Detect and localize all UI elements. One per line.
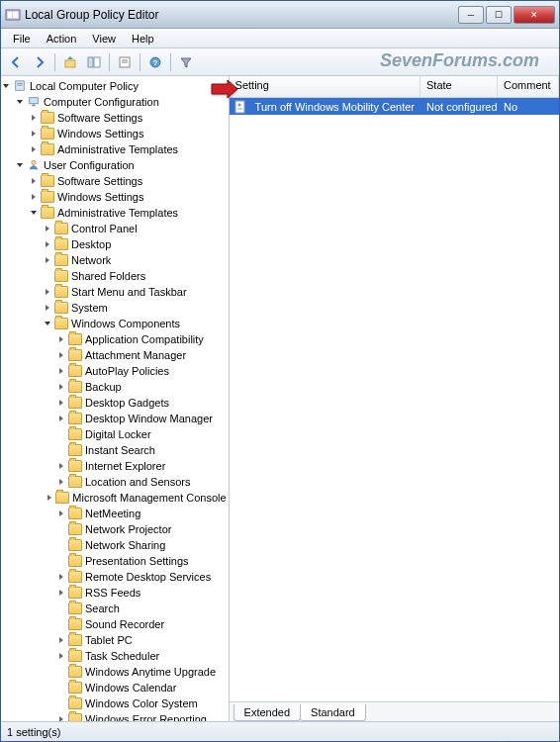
tab-standard[interactable]: Standard: [300, 704, 366, 721]
properties-button[interactable]: [114, 51, 136, 73]
tree-item-loc-sensors[interactable]: Location and Sensors: [1, 474, 229, 490]
svg-rect-16: [32, 105, 35, 107]
tree-item-search[interactable]: Search: [1, 601, 229, 616]
tree-label: Location and Sensors: [85, 476, 190, 488]
tree-item-anytime-upg[interactable]: Windows Anytime Upgrade: [1, 664, 229, 680]
svg-point-17: [32, 160, 36, 164]
show-hide-tree-button[interactable]: [83, 51, 105, 73]
menu-view[interactable]: View: [84, 31, 124, 46]
svg-text:?: ?: [153, 58, 158, 67]
tree-item-control-panel[interactable]: Control Panel: [1, 221, 229, 236]
tree-label: NetMeeting: [85, 508, 140, 519]
app-window: Local Group Policy Editor ─ ☐ ✕ File Act…: [0, 0, 560, 742]
tree-item-netmeeting[interactable]: NetMeeting: [1, 506, 229, 521]
minimize-button[interactable]: ─: [458, 6, 484, 24]
tree-pane[interactable]: Local Computer PolicyComputer Configurat…: [1, 76, 230, 721]
tree-label: Software Settings: [57, 175, 142, 187]
menu-help[interactable]: Help: [124, 31, 162, 46]
tree-label: Windows Color System: [85, 697, 198, 709]
tree-item-ie[interactable]: Internet Explorer: [1, 458, 229, 474]
tree-label: Microsoft Management Console: [72, 492, 226, 504]
tree-label: Windows Anytime Upgrade: [85, 666, 216, 678]
column-comment[interactable]: Comment: [498, 76, 559, 97]
tree-item-system[interactable]: System: [1, 300, 229, 316]
tree-label: Administrative Templates: [57, 143, 178, 155]
tree-item-app-compat[interactable]: Application Compatibility: [1, 331, 229, 347]
tree-label: User Configuration: [44, 159, 135, 171]
tree-item-tablet[interactable]: Tablet PC: [1, 632, 229, 648]
tree-item-start-taskbar[interactable]: Start Menu and Taskbar: [1, 284, 229, 300]
tree-item-network[interactable]: Network: [1, 252, 229, 268]
close-button[interactable]: ✕: [513, 6, 555, 24]
maximize-button[interactable]: ☐: [486, 6, 512, 24]
tree-label: Presentation Settings: [85, 555, 189, 567]
list-row[interactable]: Turn off Windows Mobility Center Not con…: [230, 98, 559, 115]
forward-button[interactable]: [29, 51, 50, 73]
tree-item-sw-settings[interactable]: Software Settings: [1, 110, 229, 126]
tree-label: Windows Error Reporting: [85, 713, 207, 721]
tree-item-win-settings[interactable]: Windows Settings: [1, 189, 229, 205]
list-pane: Setting State Comment Turn off Windows M…: [230, 76, 559, 721]
tree-label: System: [71, 302, 108, 314]
titlebar[interactable]: Local Group Policy Editor ─ ☐ ✕: [1, 1, 559, 29]
tree-item-backup[interactable]: Backup: [1, 379, 229, 395]
up-button[interactable]: [59, 51, 81, 73]
window-title: Local Group Policy Editor: [25, 8, 456, 22]
tree-item-calendar[interactable]: Windows Calendar: [1, 680, 229, 696]
watermark: SevenForums.com: [380, 50, 539, 71]
tree-item-net-sharing[interactable]: Network Sharing: [1, 537, 229, 553]
tree-item-win-components[interactable]: Windows Components: [1, 316, 229, 331]
tree-item-attach-mgr[interactable]: Attachment Manager: [1, 347, 229, 363]
menu-file[interactable]: File: [5, 31, 39, 46]
menubar: File Action View Help: [1, 29, 559, 48]
tree-item-digital-locker[interactable]: Digital Locker: [1, 426, 229, 442]
tree-item-rds[interactable]: Remote Desktop Services: [1, 569, 229, 585]
tree-item-instant-search[interactable]: Instant Search: [1, 442, 229, 458]
tree-label: Task Scheduler: [85, 650, 159, 662]
tabs: Extended Standard: [230, 701, 559, 721]
svg-rect-15: [30, 98, 39, 104]
tree-item-net-projector[interactable]: Network Projector: [1, 521, 229, 537]
tree-item-task-sched[interactable]: Task Scheduler: [1, 648, 229, 664]
tree-item-desktop[interactable]: Desktop: [1, 236, 229, 252]
tree-label: Local Computer Policy: [30, 80, 139, 92]
tree-label: Software Settings: [57, 112, 142, 124]
column-setting[interactable]: Setting: [230, 76, 420, 97]
svg-rect-5: [88, 57, 93, 67]
tree-item-sw-settings[interactable]: Software Settings: [1, 173, 229, 189]
filter-button[interactable]: [175, 51, 197, 73]
tree-item-err-reporting[interactable]: Windows Error Reporting: [1, 711, 229, 721]
tree-item-presentation[interactable]: Presentation Settings: [1, 553, 229, 569]
tree-item-admin-tpl[interactable]: Administrative Templates: [1, 141, 229, 157]
svg-rect-6: [94, 57, 100, 67]
tree-item-sound-rec[interactable]: Sound Recorder: [1, 616, 229, 632]
tree-label: Windows Components: [71, 318, 180, 329]
list-body[interactable]: Turn off Windows Mobility Center Not con…: [230, 98, 559, 701]
help-button[interactable]: ?: [144, 51, 166, 73]
content-area: Local Computer PolicyComputer Configurat…: [1, 76, 559, 721]
svg-rect-2: [8, 12, 12, 18]
tree-item-rss[interactable]: RSS Feeds: [1, 585, 229, 601]
tree-item-color-sys[interactable]: Windows Color System: [1, 696, 229, 711]
tree-label: Sound Recorder: [85, 618, 164, 630]
tree-item-desktop-gadgets[interactable]: Desktop Gadgets: [1, 395, 229, 411]
tree-label: Instant Search: [85, 444, 155, 456]
tree-item-autoplay[interactable]: AutoPlay Policies: [1, 363, 229, 379]
tree-item-desktop-winmgr[interactable]: Desktop Window Manager: [1, 411, 229, 426]
tree-label: Control Panel: [71, 223, 138, 234]
status-text: 1 setting(s): [7, 726, 60, 738]
tree-item-shared-folders[interactable]: Shared Folders: [1, 268, 229, 284]
tree-item-root[interactable]: Local Computer Policy: [1, 78, 229, 94]
tab-extended[interactable]: Extended: [233, 704, 301, 721]
setting-comment: No: [498, 101, 559, 113]
tree-label: Windows Settings: [57, 128, 143, 139]
back-button[interactable]: [5, 51, 27, 73]
tree-item-comp-cfg[interactable]: Computer Configuration: [1, 94, 229, 110]
tree-item-user-cfg[interactable]: User Configuration: [1, 157, 229, 173]
tree-item-mmc[interactable]: Microsoft Management Console: [1, 490, 229, 506]
tree-item-win-settings[interactable]: Windows Settings: [1, 126, 229, 141]
tree-label: Tablet PC: [85, 634, 133, 646]
column-state[interactable]: State: [420, 76, 498, 97]
tree-item-admin-tpl[interactable]: Administrative Templates: [1, 205, 229, 221]
menu-action[interactable]: Action: [39, 31, 85, 46]
